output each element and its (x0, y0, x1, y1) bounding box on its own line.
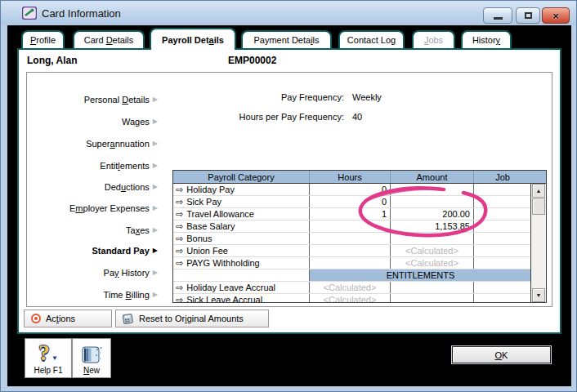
hours-per-pay-value: 40 (352, 112, 362, 122)
job-cell[interactable] (473, 245, 531, 256)
new-button[interactable]: New (72, 338, 111, 378)
titlebar: Card Information × (1, 1, 576, 25)
tab-history[interactable]: History (461, 30, 512, 48)
close-button[interactable]: × (542, 7, 570, 24)
ok-button[interactable]: OK (452, 346, 551, 363)
table-row[interactable]: ⇨PAYG Withholding <Calculated> (173, 257, 531, 270)
table-row[interactable]: ⇨Sick Leave Accrual <Calculated> (173, 294, 531, 302)
help-dropdown-icon: ▼ (51, 354, 58, 362)
hours-cell[interactable] (309, 257, 390, 269)
sidebar-item-superannuation[interactable]: Superannuation▶ (27, 138, 158, 149)
header-hours: Hours (309, 171, 390, 183)
job-cell[interactable] (473, 282, 531, 293)
help-button[interactable]: ? ▼ Help F1 (25, 338, 72, 378)
pay-frequency-label: Pay Frequency: (150, 92, 344, 102)
table-row[interactable]: ⇨Bonus (173, 233, 531, 245)
help-button-label: Help F1 (34, 366, 62, 375)
sidebar-item-employer-expenses[interactable]: Employer Expenses▶ (27, 203, 158, 214)
sidebar-item-pay-history[interactable]: Pay History▶ (27, 267, 158, 278)
chevron-right-icon: ▶ (153, 163, 158, 169)
sidebar-item-time-billing[interactable]: Time Billing▶ (27, 289, 158, 301)
hours-cell: <Calculated> (309, 282, 390, 293)
hours-cell[interactable] (309, 233, 390, 244)
hours-cell: <Calculated> (309, 294, 390, 302)
scroll-down-icon[interactable]: ▼ (532, 288, 545, 302)
scroll-up-icon[interactable]: ▲ (532, 184, 545, 198)
row-arrow-icon: ⇨ (176, 259, 183, 268)
tab-payment-details[interactable]: Payment Details (241, 30, 332, 48)
amount-cell: <Calculated> (390, 257, 473, 269)
tab-card-details[interactable]: Card Details (73, 30, 145, 48)
calculator-icon (123, 314, 134, 324)
tab-profile[interactable]: Profile (21, 30, 65, 48)
amount-cell[interactable]: 1,153.85 (390, 220, 473, 232)
minimize-icon (494, 17, 503, 20)
amount-cell[interactable] (390, 233, 473, 244)
header-amount: Amount (390, 171, 473, 183)
row-arrow-icon: ⇨ (176, 296, 183, 303)
job-cell[interactable] (473, 257, 531, 269)
actions-target-icon (31, 314, 41, 323)
close-icon: × (552, 10, 559, 22)
table-row[interactable]: ⇨Union Fee <Calculated> (173, 245, 531, 257)
sidebar-item-deductions[interactable]: Deductions▶ (27, 181, 158, 193)
chevron-right-icon: ▶ (153, 247, 158, 254)
amount-cell[interactable] (390, 196, 473, 207)
amount-cell[interactable]: 200.00 (390, 208, 473, 220)
tab-payroll-details[interactable]: Payroll Details (150, 28, 236, 50)
sidebar-item-personal-details[interactable]: Personal Details▶ (27, 94, 158, 105)
row-arrow-icon: ⇨ (176, 283, 183, 292)
payroll-details-panel: Long, Alan EMP00002 Personal Details▶ Wa… (17, 48, 561, 334)
amount-cell[interactable] (390, 282, 473, 293)
job-cell[interactable] (473, 220, 531, 232)
table-section-entitlements: ENTITLEMENTS (173, 270, 531, 282)
table-row[interactable]: ⇨Holiday Leave Accrual <Calculated> (173, 282, 531, 294)
header-job: Job (473, 171, 531, 183)
tab-contact-log[interactable]: Contact Log (338, 30, 405, 48)
table-row[interactable]: ⇨Base Salary 1,153.85 (173, 220, 531, 233)
scrollbar-thumb[interactable] (532, 198, 545, 215)
sidebar-item-wages[interactable]: Wages▶ (27, 116, 158, 127)
pay-frequency-value: Weekly (352, 92, 382, 102)
hours-cell[interactable]: 0 (309, 196, 390, 207)
vertical-scrollbar[interactable]: ▲ ▼ (530, 184, 546, 302)
hours-cell[interactable] (309, 245, 390, 256)
job-cell[interactable] (473, 208, 531, 220)
minimize-button[interactable] (483, 7, 512, 24)
hours-cell[interactable] (309, 220, 390, 232)
job-cell[interactable] (473, 294, 531, 302)
card-information-window: Card Information × Profile Card Details … (0, 0, 577, 392)
chevron-right-icon: ▶ (153, 292, 158, 298)
chevron-right-icon: ▶ (153, 205, 158, 212)
amount-cell[interactable] (390, 294, 473, 302)
sidebar-item-standard-pay[interactable]: Standard Pay▶ (27, 245, 158, 256)
job-cell[interactable] (473, 233, 531, 244)
reset-to-original-amounts-button[interactable]: Reset to Original Amounts (115, 310, 269, 327)
table-row-travel-allowance[interactable]: ⇨Travel Allowance 1 200.00 (173, 208, 531, 220)
actions-button[interactable]: Actions (24, 310, 112, 327)
row-arrow-icon: ⇨ (176, 222, 183, 231)
table-row[interactable]: ⇨Holiday Pay 0 (173, 184, 531, 196)
table-body: ⇨Holiday Pay 0 ⇨Sick Pay 0 ⇨Trav (173, 184, 531, 302)
table-row[interactable]: ⇨Sick Pay 0 (173, 196, 531, 208)
payroll-category-table: Payroll Category Hours Amount Job ⇨Holid… (172, 170, 547, 303)
sidebar-item-entitlements[interactable]: Entitlements▶ (27, 160, 158, 172)
row-arrow-icon: ⇨ (176, 198, 183, 207)
job-cell[interactable] (473, 184, 531, 195)
restore-button[interactable] (516, 7, 540, 24)
chevron-right-icon: ▶ (153, 270, 158, 276)
row-arrow-icon: ⇨ (176, 247, 183, 256)
entitlements-banner: ENTITLEMENTS (309, 270, 531, 281)
hours-cell[interactable]: 0 (309, 184, 390, 195)
chevron-right-icon: ▶ (153, 140, 158, 147)
amount-cell[interactable] (390, 184, 473, 195)
employee-name: Long, Alan (27, 55, 78, 66)
chevron-right-icon: ▶ (153, 184, 158, 190)
hours-per-pay-label: Hours per Pay Frequency: (150, 112, 344, 122)
row-arrow-icon: ⇨ (176, 185, 183, 194)
standard-pay-area: Personal Details▶ Wages▶ Superannuation▶… (26, 72, 552, 307)
job-cell[interactable] (473, 196, 531, 207)
window-title: Card Information (42, 7, 121, 20)
sidebar-item-taxes[interactable]: Taxes▶ (27, 225, 158, 236)
hours-cell[interactable]: 1 (309, 208, 390, 220)
